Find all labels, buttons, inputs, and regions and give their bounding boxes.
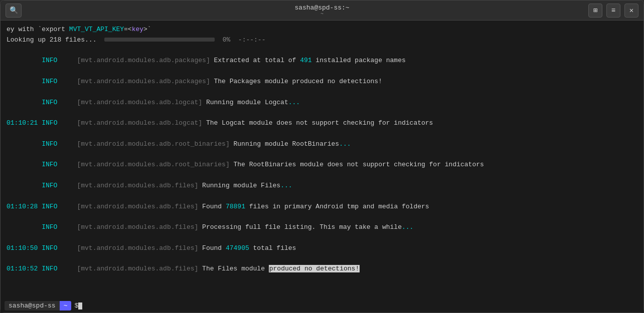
prompt-branch: ~ <box>60 301 72 310</box>
title-sub: ~ <box>294 12 349 17</box>
menu-icon: ≡ <box>611 7 615 15</box>
new-tab-button[interactable]: ⊞ <box>588 4 602 18</box>
titlebar-left: 🔍 <box>6 4 22 18</box>
titlebar: 🔍 sasha@spd-ss:~ ~ ⊞ ≡ ✕ <box>1 1 643 21</box>
terminal-line: INFO [mvt.android.modules.adb.files] Run… <box>7 181 637 191</box>
terminal-line: INFO [mvt.android.modules.adb.packages] … <box>7 56 637 66</box>
blank-line <box>7 191 637 202</box>
terminal-window: 🔍 sasha@spd-ss:~ ~ ⊞ ≡ ✕ ey with `export… <box>0 0 644 313</box>
blank-line <box>7 170 637 181</box>
blank-line <box>7 129 637 139</box>
terminal-line: INFO [mvt.android.modules.adb.files] Pro… <box>7 222 637 233</box>
terminal-line: INFO [mvt.android.modules.adb.packages] … <box>7 77 637 87</box>
close-button[interactable]: ✕ <box>624 4 638 18</box>
blank-line <box>7 233 637 243</box>
blank-line <box>7 150 637 160</box>
terminal-statusbar: sasha@spd-ss ~ $ <box>1 299 643 312</box>
terminal-line: INFO [mvt.android.modules.adb.root_binar… <box>7 160 637 170</box>
blank-line <box>7 66 637 77</box>
prompt-username: sasha@spd-ss <box>5 301 60 310</box>
terminal-line: 01:10:28 INFO [mvt.android.modules.adb.f… <box>7 202 637 212</box>
terminal-line: 01:10:21 INFO [mvt.android.modules.adb.l… <box>7 118 637 129</box>
terminal-output[interactable]: ey with `export MVT_VT_API_KEY=<key>` Lo… <box>1 21 643 299</box>
terminal-line: ey with `export MVT_VT_API_KEY=<key>` <box>7 25 637 35</box>
search-icon: 🔍 <box>10 6 18 15</box>
blank-line <box>7 212 637 222</box>
terminal-cursor <box>78 302 82 309</box>
terminal-line: 01:10:50 INFO [mvt.android.modules.adb.f… <box>7 243 637 254</box>
blank-line <box>7 108 637 118</box>
blank-line <box>7 46 637 56</box>
blank-line <box>7 87 637 98</box>
menu-button[interactable]: ≡ <box>606 4 620 18</box>
terminal-line-progress: Looking up 218 files... 0% -:--:-- <box>7 35 637 46</box>
close-icon: ✕ <box>629 6 633 15</box>
prompt-symbol: $ <box>74 302 78 309</box>
terminal-line: INFO [mvt.android.modules.adb.logcat] Ru… <box>7 98 637 108</box>
terminal-line-highlight: 01:10:52 INFO [mvt.android.modules.adb.f… <box>7 264 637 274</box>
terminal-line: INFO [mvt.android.modules.adb.root_binar… <box>7 139 637 150</box>
titlebar-right: ⊞ ≡ ✕ <box>588 4 638 18</box>
search-button[interactable]: 🔍 <box>6 4 22 18</box>
blank-line <box>7 254 637 264</box>
title-main: sasha@spd-ss:~ <box>294 4 349 12</box>
new-tab-icon: ⊞ <box>593 6 597 15</box>
window-title: sasha@spd-ss:~ ~ <box>294 4 349 17</box>
